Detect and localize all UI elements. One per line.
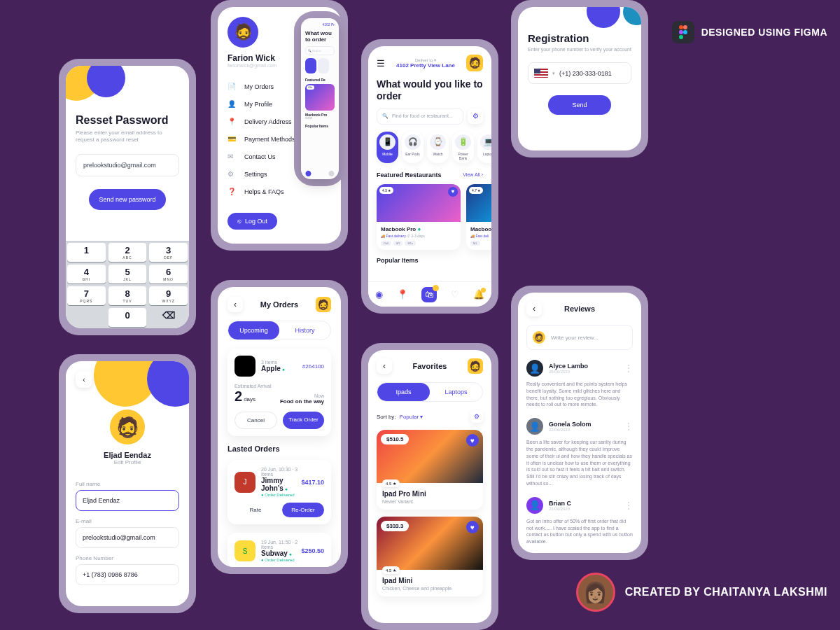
reviewer-name: Brian C <box>549 500 571 507</box>
tab-history[interactable]: History <box>279 321 330 340</box>
cart-badge <box>433 285 439 291</box>
send-button[interactable]: Send <box>548 95 611 115</box>
review-item: 👤Gonela Solom22/06/2020⋮Been a life save… <box>526 418 633 487</box>
category-item[interactable]: 📱Mobile <box>377 132 398 163</box>
edit-profile-link[interactable]: Edit Profile <box>76 459 179 465</box>
keypad-key[interactable]: 5JKL <box>108 265 147 284</box>
section-title: Lasted Orders <box>227 444 331 453</box>
tab-laptops[interactable]: Laptops <box>430 383 482 401</box>
menu-icon: 💳 <box>227 135 237 143</box>
page-title: What would you like to order <box>377 78 483 102</box>
deco-blob <box>147 361 189 407</box>
menu-button[interactable]: ☰ <box>377 58 385 69</box>
tab-cart[interactable]: 🛍 <box>421 287 437 302</box>
reviewer-avatar: 👤 <box>526 360 543 377</box>
user-avatar[interactable]: 🧔 <box>316 297 331 312</box>
keypad-key[interactable]: 2ABC <box>108 243 147 262</box>
flag-icon <box>534 69 548 78</box>
tab-ipads[interactable]: Ipads <box>377 383 430 401</box>
favorite-button[interactable]: ♥ <box>466 521 479 533</box>
view-all-link[interactable]: View All › <box>463 172 483 177</box>
reorder-button[interactable]: Re-Order <box>282 503 324 517</box>
chevron-down-icon[interactable]: ▾ <box>552 71 555 76</box>
back-button[interactable]: ‹ <box>526 301 542 316</box>
back-button[interactable]: ‹ <box>377 358 392 374</box>
phone-value: (+1) 230-333-0181 <box>559 70 612 77</box>
restaurant-card[interactable]: 4.5 ★♥ Macbook Pro ● 🚚 Fast delivery ⏱ 2… <box>377 184 461 250</box>
featured-peek: Featured Re <box>305 78 335 82</box>
user-avatar: 🧔 <box>533 331 545 344</box>
favorite-card[interactable]: $333.3♥4.5 ★ Ipad MiniChicken, Cheese an… <box>377 517 483 596</box>
email-label: E-mail <box>76 518 179 524</box>
user-avatar[interactable]: 🧔 <box>227 17 258 48</box>
keypad-key[interactable]: 9WXYZ <box>149 286 188 305</box>
fullname-label: Full name <box>76 481 179 487</box>
tab-explore[interactable]: ◉ <box>375 289 383 300</box>
deco-blob <box>623 7 641 25</box>
back-button[interactable]: ‹ <box>76 371 92 388</box>
order-id: #264100 <box>302 363 324 370</box>
search-input[interactable]: 🔍Find for food or restaurant... <box>377 108 463 125</box>
price-badge: $333.3 <box>381 521 409 531</box>
keypad-key[interactable]: 1 <box>67 243 106 262</box>
keypad-key[interactable]: 0 <box>108 308 147 327</box>
menu-icon: 👤 <box>227 100 237 108</box>
email-field[interactable]: prelookstudio@gmail.com <box>76 527 179 548</box>
svg-point-1 <box>683 25 687 29</box>
filter-button[interactable]: ⚙ <box>468 108 483 124</box>
sort-dropdown[interactable]: Popular ▾ <box>400 414 424 420</box>
tab-upcoming[interactable]: Upcoming <box>228 321 279 340</box>
rate-button[interactable]: Rate <box>234 503 276 517</box>
deliver-label[interactable]: Deliver to ▾ <box>396 57 455 62</box>
keypad-key[interactable] <box>67 308 106 327</box>
reviewer-avatar: 👤 <box>526 418 543 435</box>
restaurant-card[interactable]: 4.7 ★ Macbook 🚚 Fast deli M1 <box>466 184 491 250</box>
keypad-key[interactable]: ⌫ <box>149 308 188 327</box>
track-order-button[interactable]: Track Order <box>283 412 324 429</box>
favorite-button[interactable]: ♥ <box>448 187 458 197</box>
keypad-key[interactable]: 3DEF <box>149 243 188 262</box>
back-button[interactable]: ‹ <box>227 297 243 312</box>
fullname-field[interactable]: Eljad Eendaz <box>76 490 179 511</box>
tab-notifications[interactable]: 🔔 <box>473 289 484 300</box>
email-field[interactable]: prelookstudio@gmail.com <box>76 154 179 176</box>
rating-badge: 4.5 ★ <box>382 566 400 574</box>
user-avatar[interactable]: 🧔 <box>466 55 483 71</box>
more-button[interactable]: ⋮ <box>624 500 633 510</box>
user-avatar[interactable]: 🧔 <box>108 407 147 447</box>
logout-button[interactable]: ⎋Log Out <box>227 213 277 230</box>
favorite-button[interactable]: ♥ <box>466 434 479 447</box>
category-item[interactable]: ⌚Watch <box>427 132 449 163</box>
review-date: 25/06/2020 <box>549 370 588 374</box>
reviewer-name: Alyce Lambo <box>549 363 588 370</box>
filter-button[interactable]: ⚙ <box>470 410 483 423</box>
favorite-card[interactable]: $510.5♥4.5 ★ Ipad Pro MiniNewer Variant <box>377 430 483 510</box>
category-icon: 🔋 <box>455 134 471 150</box>
item-sub: Newer Variant <box>382 499 477 504</box>
tab-map[interactable]: 📍 <box>397 289 408 300</box>
phone-field[interactable]: +1 (783) 0986 8786 <box>76 564 179 585</box>
search-icon: 🔍 <box>382 113 388 119</box>
user-avatar[interactable]: 🧔 <box>468 358 483 374</box>
brand-logo-subway: S <box>234 540 255 561</box>
phone-field[interactable]: ▾ (+1) 230-333-0181 <box>528 62 631 84</box>
keypad-key[interactable]: 8TUV <box>108 286 147 305</box>
category-item[interactable]: 🔋Power Bank <box>452 132 474 163</box>
cancel-button[interactable]: Cancel <box>234 412 277 429</box>
creator-label: CREATED BY CHAITANYA LAKSHMI <box>625 586 827 598</box>
figma-icon <box>672 21 694 43</box>
keypad-key[interactable]: 7PQRS <box>67 286 106 305</box>
order-price: $250.50 <box>301 547 324 554</box>
category-item[interactable]: 🎧Ear Pods <box>402 132 424 163</box>
chevron-left-icon: ‹ <box>83 376 85 384</box>
reviewer-name: Gonela Solom <box>549 421 592 428</box>
more-button[interactable]: ⋮ <box>624 421 633 431</box>
keypad-key[interactable]: 4GHI <box>67 265 106 284</box>
keypad-key[interactable]: 6MNO <box>149 265 188 284</box>
send-password-button[interactable]: Send new password <box>89 189 166 210</box>
category-icon: 📱 <box>379 134 396 150</box>
more-button[interactable]: ⋮ <box>624 363 633 373</box>
write-review-input[interactable]: 🧔Write your review... <box>526 325 633 350</box>
category-item[interactable]: 💻Laptop <box>477 132 491 163</box>
tab-favorites[interactable]: ♡ <box>451 289 459 300</box>
